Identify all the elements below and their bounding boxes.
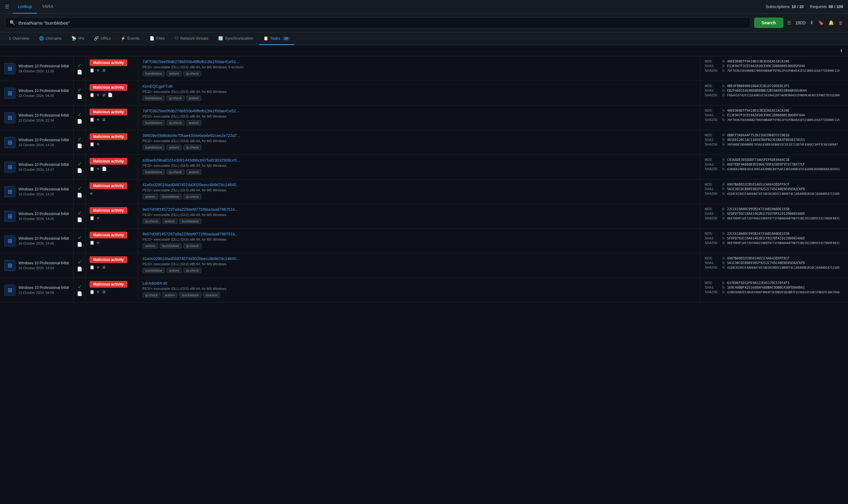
list-view-icon[interactable]: ☰ (787, 20, 791, 25)
file-tag[interactable]: evasion (203, 292, 220, 298)
file-tag[interactable]: antivm (186, 95, 201, 101)
file-tag[interactable]: bumblebee (142, 95, 165, 101)
md5-copy-icon[interactable]: ⎘ (722, 158, 725, 162)
tab-files[interactable]: 📄Files (145, 32, 169, 45)
md5-copy-icon[interactable]: ⎘ (722, 207, 725, 211)
file-tag[interactable]: antivm (162, 292, 178, 298)
sha256-copy-icon[interactable]: ⎘ (722, 69, 725, 72)
table-row[interactable]: ⊞ Windows 10 Professional 64bit 16 Octob… (0, 179, 848, 204)
file-tag[interactable]: ip-check (183, 243, 201, 249)
sha1-copy-icon[interactable]: ⎘ (722, 113, 725, 117)
sha1-copy-icon[interactable]: ⎘ (722, 89, 725, 92)
file-tag[interactable]: antivm (186, 169, 201, 175)
sha256-copy-icon[interactable]: ⎘ (722, 216, 725, 220)
file-tag[interactable]: ip-check (166, 120, 185, 126)
md5-copy-icon[interactable]: ⎘ (722, 84, 725, 88)
file-tag[interactable]: antivm (166, 268, 182, 273)
file-tag[interactable]: bumblebee (142, 268, 165, 273)
file-tag[interactable]: antivm (142, 243, 158, 249)
bookmark-icon[interactable]: 🔖 (818, 20, 824, 25)
file-tag[interactable]: antivm (166, 145, 182, 150)
file-name[interactable]: 41e0c02901f4ad04874574d3020eecc8b9d74c14… (142, 256, 696, 261)
table-row[interactable]: ⊞ Windows 10 Professional 64bit 16 Octob… (0, 130, 848, 155)
file-name[interactable]: a38ae629ba81d1e3091443dbbcb975af23032908… (142, 158, 696, 162)
menu-icon[interactable]: ☰ (5, 4, 9, 10)
sha256-copy-icon[interactable]: ⎘ (722, 290, 725, 294)
md5-copy-icon[interactable]: ⎘ (722, 59, 725, 63)
file-tag[interactable]: ip-check (183, 71, 201, 76)
table-row[interactable]: ⊞ Windows 10 Professional 64bit 16 Octob… (0, 229, 848, 253)
tab-ips[interactable]: 📡IPs (67, 32, 88, 45)
tab-urls[interactable]: 🔗URLs (90, 32, 115, 45)
file-name[interactable]: 9e07d09f1457297a9a229def9771f6badaa87987… (142, 232, 696, 236)
tab-synchronization[interactable]: 🔄Synchronization (214, 32, 258, 45)
tab-domains[interactable]: 🌐Domains (35, 32, 66, 45)
table-row[interactable]: ⊞ Windows 10 Professional 64bit 11 Octob… (0, 278, 848, 303)
search-input[interactable] (18, 20, 746, 25)
md5-copy-icon[interactable]: ⎘ (722, 281, 725, 285)
tab-tasks[interactable]: 📋Tasks28 (259, 32, 294, 45)
sha1-copy-icon[interactable]: ⎘ (722, 236, 725, 240)
file-tag[interactable]: ip-check (166, 169, 185, 175)
table-row[interactable]: ⊞ Windows 10 Professional 64bit 16 Octob… (0, 204, 848, 229)
file-tag[interactable]: bumblebee (142, 145, 165, 150)
sha1-copy-icon[interactable]: ⎘ (722, 138, 725, 142)
file-tag[interactable]: antivm (142, 194, 158, 199)
sha256-copy-icon[interactable]: ⎘ (722, 142, 725, 146)
file-tag[interactable]: antivm (186, 120, 201, 126)
file-name[interactable]: 41e0c02901f4ad04874574d3020eecc8b9d74c14… (142, 182, 696, 187)
table-row[interactable]: ⊞ Windows 10 Professional 64bit 16 Octob… (0, 253, 848, 278)
sha256-copy-icon[interactable]: ⎘ (722, 93, 725, 97)
tab-overview[interactable]: ℹOverview (5, 32, 34, 45)
file-tag[interactable]: antivm (162, 218, 178, 224)
md5-copy-icon[interactable]: ⎘ (722, 109, 725, 112)
file-tag[interactable]: bumblebee (160, 194, 182, 199)
file-tag[interactable]: ip-check (183, 145, 201, 150)
sha256-copy-icon[interactable]: ⎘ (722, 266, 725, 269)
file-name[interactable]: LdrAddx64.dll (142, 281, 696, 286)
file-name[interactable]: 9e07d09f1457297a9a229def9771f6badaa87987… (142, 207, 696, 212)
file-name[interactable]: lGmEQCgpFT.dll (142, 84, 696, 89)
file-tag[interactable]: ip-check (183, 194, 201, 199)
file-tag[interactable]: ip-check (183, 268, 201, 273)
md5-copy-icon[interactable]: ⎘ (722, 232, 725, 235)
md5-copy-icon[interactable]: ⎘ (722, 133, 725, 137)
file-tag[interactable]: ip-check (166, 95, 185, 101)
file-tag[interactable]: bumblebee (142, 71, 165, 76)
sha256-copy-icon[interactable]: ⎘ (722, 192, 725, 195)
file-tag[interactable]: ip-check (142, 218, 161, 224)
tab-network-threats[interactable]: 🛡Network threats (170, 32, 213, 45)
nav-tab-lookup[interactable]: Lookup (13, 0, 37, 14)
sha256-copy-icon[interactable]: ⎘ (722, 167, 725, 171)
sha1-copy-icon[interactable]: ⎘ (722, 187, 725, 191)
period-selector[interactable]: 180D (795, 20, 806, 25)
file-tag[interactable]: antivm (166, 71, 182, 76)
sha256-copy-icon[interactable]: ⎘ (722, 241, 725, 245)
sha1-copy-icon[interactable]: ⎘ (722, 162, 725, 166)
nav-tab-yara[interactable]: YARA (37, 0, 58, 14)
file-tag[interactable]: ip-check (142, 292, 161, 298)
sha1-copy-icon[interactable]: ⎘ (722, 212, 725, 215)
export-icon[interactable]: ⬇ (840, 48, 843, 53)
search-button[interactable]: Search (754, 18, 783, 28)
file-tag[interactable]: bumblebee (179, 218, 201, 224)
table-row[interactable]: ⊞ Windows 10 Professional 64bit 22 Octob… (0, 106, 848, 130)
file-tag[interactable]: bumblebee (142, 120, 165, 126)
sha256-copy-icon[interactable]: ⎘ (722, 118, 725, 122)
file-tag[interactable]: bumblebee (179, 292, 201, 298)
file-name[interactable]: 7df703625ee06db2786650b48ffefb13fa1f0dae… (142, 109, 696, 113)
md5-copy-icon[interactable]: ⎘ (722, 256, 725, 260)
sha1-copy-icon[interactable]: ⎘ (722, 286, 725, 289)
file-tag[interactable]: bumblebee (160, 243, 182, 249)
bell-icon[interactable]: 🔔 (828, 20, 834, 25)
table-row[interactable]: ⊞ Windows 10 Professional 64bit 16 Octob… (0, 155, 848, 179)
tab-events[interactable]: ⚡Events (116, 32, 144, 45)
download-icon[interactable]: ⬇ (810, 20, 814, 25)
md5-copy-icon[interactable]: ⎘ (722, 182, 725, 186)
sha1-copy-icon[interactable]: ⎘ (722, 261, 725, 265)
file-name[interactable]: 7df703625ee06db2786650b48ffefb13fa1f0dae… (142, 59, 696, 64)
file-tag[interactable]: bumblebee (142, 169, 165, 175)
delete-icon[interactable]: 🗑 (838, 20, 843, 25)
sha1-copy-icon[interactable]: ⎘ (722, 64, 725, 68)
table-row[interactable]: ⊞ Windows 10 Professional 64bit 28 Octob… (0, 56, 848, 81)
